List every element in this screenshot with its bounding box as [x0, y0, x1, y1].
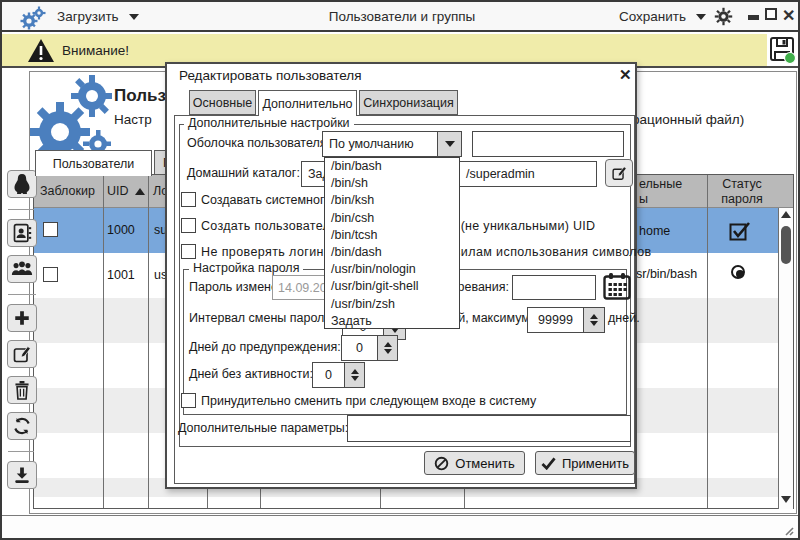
- minimize-button[interactable]: [748, 15, 759, 20]
- save-caret-icon: [696, 14, 706, 20]
- add-user-button[interactable]: [7, 304, 37, 332]
- row2-password-status-radio-icon[interactable]: [731, 265, 745, 279]
- refresh-button[interactable]: [7, 412, 37, 440]
- shell-option[interactable]: /bin/ksh: [325, 192, 459, 209]
- shell-option[interactable]: /usr/bin/nologin: [325, 261, 459, 278]
- group-icon: [11, 260, 33, 278]
- shell-dropdown-list: /bin/bash/bin/sh/bin/ksh/bin/csh/bin/tcs…: [324, 157, 460, 329]
- column-divider: [103, 175, 104, 508]
- column-header-status-line2[interactable]: пароля: [707, 192, 777, 206]
- shell-option[interactable]: Задать: [325, 313, 459, 330]
- app-logo-gears-icon: [20, 5, 46, 35]
- sidebar-separator: [8, 294, 36, 295]
- shell-label: Оболочка пользователя:: [187, 136, 330, 150]
- shell-option[interactable]: /bin/sh: [325, 175, 459, 192]
- shell-option[interactable]: /bin/tcsh: [325, 227, 459, 244]
- warn-days-spinner[interactable]: 0: [341, 335, 378, 361]
- column-header-status-line1[interactable]: Статус: [707, 177, 777, 191]
- sort-ascending-icon: [135, 188, 145, 195]
- shell-option[interactable]: /bin/dash: [325, 244, 459, 261]
- password-settings-legend: Настройка пароля: [189, 261, 303, 275]
- row1-home-fragment: home: [639, 224, 670, 238]
- edit-user-button[interactable]: [7, 340, 37, 368]
- password-expire-input[interactable]: [512, 275, 596, 300]
- dialog-close-icon[interactable]: ✕: [619, 66, 632, 84]
- load-menu-button[interactable]: Загрузить: [57, 9, 119, 24]
- tab-users[interactable]: Пользователи: [35, 150, 152, 176]
- cancel-prohibition-icon: [434, 456, 449, 471]
- column-header-groups-line1[interactable]: ельные: [639, 177, 682, 191]
- home-path-edit-button[interactable]: [605, 159, 633, 187]
- dialog-tab-sync[interactable]: Синхронизация: [359, 90, 458, 115]
- tab-users-label: Пользователи: [53, 157, 135, 171]
- groups-button[interactable]: [7, 255, 37, 283]
- show-system-users-button[interactable]: [7, 170, 37, 198]
- delete-user-button[interactable]: [7, 376, 37, 404]
- apply-button[interactable]: Применить: [535, 451, 635, 475]
- settings-gear-icon[interactable]: [714, 7, 733, 30]
- app-window: Загрузить Пользователи и группы Сохранит…: [0, 0, 800, 540]
- dialog-title: Редактировать пользователя: [179, 68, 362, 83]
- shell-option[interactable]: /usr/bin/git-shell: [325, 278, 459, 295]
- warning-triangle-icon: [27, 38, 55, 68]
- column-divider: [148, 175, 149, 508]
- shell-option[interactable]: /usr/bin/zsh: [325, 296, 459, 313]
- advanced-settings-legend: Дополнительные настройки: [184, 116, 354, 130]
- load-caret-icon: [129, 14, 139, 20]
- penguin-icon: [12, 173, 32, 195]
- calendar-icon: [602, 271, 632, 301]
- interval-max-spin-buttons[interactable]: [584, 307, 605, 333]
- pencil-icon: [611, 165, 628, 182]
- dup-uid-checkbox[interactable]: [181, 218, 196, 233]
- inactive-days-spinner[interactable]: 0: [312, 362, 345, 388]
- force-change-label: Принудительно сменить при следующем вход…: [201, 394, 536, 408]
- dialog-tab-main[interactable]: Основные: [189, 90, 256, 115]
- dialog-tab-advanced[interactable]: Дополнительно: [258, 90, 357, 116]
- column-header-uid[interactable]: UID: [107, 184, 129, 198]
- scroll-up-icon[interactable]: [781, 211, 791, 218]
- scrollbar-thumb[interactable]: [781, 226, 791, 264]
- sidebar-separator: [8, 451, 36, 452]
- row1-locked-checkbox[interactable]: [43, 222, 58, 237]
- extra-params-label: Дополнительные параметры:: [178, 421, 348, 435]
- calendar-button[interactable]: [602, 271, 632, 305]
- shell-combobox[interactable]: По умолчанию: [322, 131, 462, 157]
- column-header-locked[interactable]: Заблокир: [40, 184, 95, 198]
- force-change-checkbox[interactable]: [181, 393, 196, 408]
- edit-icon: [12, 344, 32, 364]
- scroll-down-icon[interactable]: [781, 496, 791, 503]
- warn-days-spin-buttons[interactable]: [378, 335, 398, 361]
- resize-grip-icon[interactable]: [782, 522, 794, 540]
- user-card-button[interactable]: [7, 219, 37, 247]
- apply-button-label: Применить: [562, 456, 629, 471]
- row1-uid: 1000: [107, 223, 135, 237]
- extra-params-input[interactable]: [347, 415, 631, 442]
- interval-tail-label: дней.: [608, 311, 640, 325]
- shell-custom-input[interactable]: [472, 131, 624, 157]
- page-subtitle-left-fragment: Настр: [114, 112, 152, 127]
- interval-max-spinner[interactable]: 99999: [527, 307, 584, 333]
- page-title-fragment: Польз: [114, 86, 166, 106]
- maximize-button[interactable]: [765, 8, 777, 20]
- home-path-input[interactable]: /superadmin: [449, 161, 597, 187]
- trash-icon: [13, 380, 31, 400]
- no-login-check-checkbox[interactable]: [181, 244, 196, 259]
- close-button[interactable]: ✕: [782, 6, 795, 25]
- save-status-button[interactable]: [767, 34, 798, 66]
- cancel-button-label: Отменить: [455, 456, 514, 471]
- refresh-icon: [12, 416, 32, 436]
- shell-option[interactable]: /bin/csh: [325, 210, 459, 227]
- status-bar: [2, 515, 798, 538]
- export-button[interactable]: [7, 461, 37, 489]
- inactive-days-spin-buttons[interactable]: [345, 362, 365, 388]
- system-user-checkbox[interactable]: [181, 192, 196, 207]
- shell-combobox-arrow-button[interactable]: [437, 132, 461, 156]
- shell-combobox-value: По умолчанию: [323, 137, 414, 151]
- row2-locked-checkbox[interactable]: [43, 267, 58, 282]
- save-menu-button[interactable]: Сохранить: [619, 9, 686, 24]
- shell-option[interactable]: /bin/bash: [325, 158, 459, 175]
- page-subtitle-right-fragment: рационный файл): [632, 112, 744, 127]
- row1-password-status-checked-icon[interactable]: [729, 221, 751, 245]
- column-header-groups-line2[interactable]: ы: [639, 192, 648, 206]
- cancel-button[interactable]: Отменить: [424, 451, 525, 475]
